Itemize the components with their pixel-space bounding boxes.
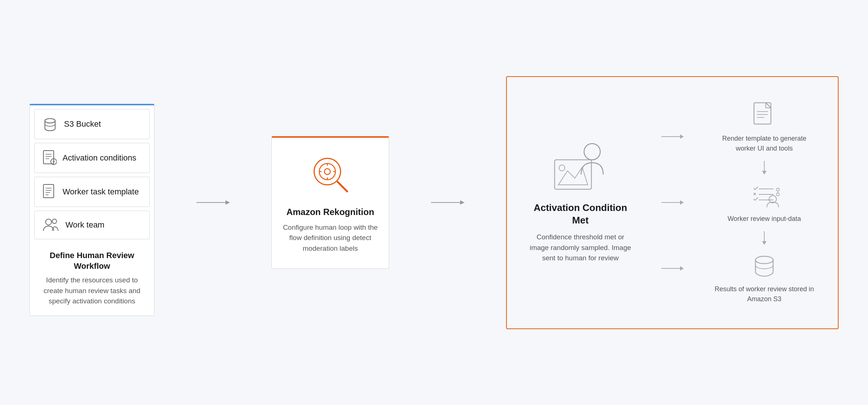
render-template-icon: [750, 101, 779, 131]
s3-bucket-icon: [42, 116, 58, 132]
middle-card: Amazon Rekognition Configure human loop …: [271, 136, 389, 269]
svg-point-15: [314, 158, 341, 185]
workflow-title: Define Human Review Workflow: [39, 250, 145, 271]
activation-icon: [551, 141, 610, 194]
worker-review-text: Worker review input-data: [728, 214, 801, 224]
svg-point-37: [776, 193, 779, 196]
rekognition-description: Configure human loop with the flow defin…: [283, 222, 378, 254]
arrow-head-2: [680, 200, 684, 205]
v-arrow-2: [762, 241, 766, 245]
render-template-text: Render template to generate worker UI an…: [713, 134, 816, 154]
activation-conditions-icon: [42, 150, 57, 166]
svg-rect-8: [43, 184, 54, 198]
work-team-icon: [42, 218, 60, 232]
svg-point-36: [776, 188, 779, 191]
svg-rect-1: [43, 151, 54, 164]
activation-conditions-label: Activation conditions: [63, 153, 136, 163]
results-s3-text: Results of worker review stored in Amazo…: [713, 284, 816, 304]
arrow-line-1: [196, 202, 230, 203]
connector-2: [661, 202, 683, 203]
svg-point-23: [584, 144, 600, 160]
activation-section: Activation Condition Met Confidence thre…: [529, 141, 632, 263]
work-team-item: Work team: [34, 211, 150, 239]
arrow-line-2: [431, 202, 464, 203]
s3-bucket-label: S3 Bucket: [64, 119, 101, 129]
svg-point-25: [559, 165, 565, 171]
svg-line-22: [338, 182, 347, 191]
rekognition-title: Amazon Rekognition: [287, 207, 374, 217]
down-arrow-2: [764, 230, 765, 246]
results-s3-icon: [750, 252, 779, 281]
arrow-left-to-middle: [196, 202, 230, 203]
worker-task-template-item: Worker task template: [34, 177, 150, 207]
arrow-middle-to-box: [431, 202, 464, 203]
outputs-column: Render template to generate worker UI an…: [713, 95, 816, 310]
svg-point-0: [45, 119, 55, 123]
v-line-1: [764, 161, 765, 174]
output-worker-review: Worker review input-data: [728, 176, 801, 230]
worker-task-template-label: Worker task template: [63, 187, 139, 197]
output-render-template: Render template to generate worker UI an…: [713, 95, 816, 159]
left-card-footer: Define Human Review Workflow Identify th…: [30, 243, 154, 316]
v-arrow-1: [762, 171, 766, 175]
h-line-1: [661, 136, 683, 137]
rekognition-svg: [308, 152, 352, 197]
diagram-container: S3 Bucket Activation conditions: [29, 26, 839, 379]
worker-review-icon: [748, 182, 781, 211]
connectors: [661, 133, 683, 272]
h-line-3: [661, 268, 683, 269]
v-line-2: [764, 231, 765, 244]
connector-1: [661, 136, 683, 137]
svg-point-16: [319, 163, 335, 180]
output-results-s3: Results of worker review stored in Amazo…: [713, 246, 816, 310]
activation-condition-title: Activation Condition Met: [529, 202, 632, 227]
work-team-label: Work team: [65, 220, 104, 230]
svg-point-21: [324, 169, 330, 175]
connector-3: [661, 268, 683, 269]
orange-box: Activation Condition Met Confidence thre…: [506, 76, 839, 329]
svg-point-39: [755, 256, 773, 264]
svg-point-13: [46, 219, 51, 225]
activation-svg: [551, 141, 610, 193]
down-arrow-1: [764, 159, 765, 176]
workflow-description: Identify the resources used to create hu…: [39, 275, 145, 307]
s3-bucket-item: S3 Bucket: [34, 109, 150, 139]
svg-point-14: [52, 219, 57, 223]
left-card: S3 Bucket Activation conditions: [29, 104, 154, 316]
activation-conditions-item: Activation conditions: [34, 143, 150, 173]
h-line-2: [661, 202, 683, 203]
worker-task-template-icon: [42, 184, 57, 200]
arrow-head-3: [680, 266, 684, 271]
rekognition-icon: [308, 152, 352, 198]
arrow-head-1: [680, 134, 684, 139]
activation-condition-description: Confidence threshold met or image random…: [529, 232, 632, 264]
